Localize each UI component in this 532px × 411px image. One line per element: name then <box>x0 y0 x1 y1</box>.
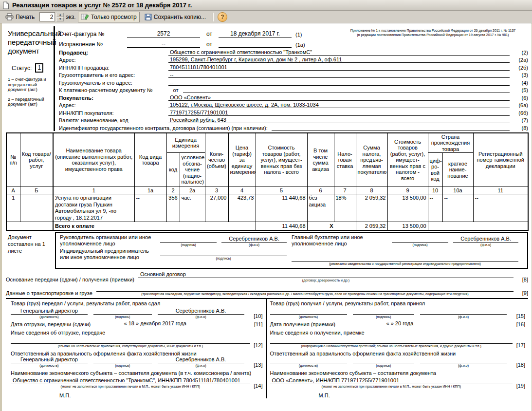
cell-cost-w-tax: 13 500,00 <box>387 194 428 222</box>
field-label: ИНН/КПП продавца: <box>59 65 168 71</box>
transport-row: Данные о транспортировке и грузе (трансп… <box>6 285 528 296</box>
field-row-buyer-address: Адрес: 105122, г.Москва, Щелковское шосс… <box>59 101 528 109</box>
print-button[interactable]: Печать <box>2 12 37 22</box>
seller-responsible-row: Генеральный директор (должность) (подпис… <box>11 356 263 368</box>
seller-signature-line <box>93 308 152 315</box>
position-caption: (должность) <box>11 363 88 368</box>
field-ref: (5) <box>510 87 528 93</box>
signature-caption: (подпись) <box>93 363 152 368</box>
seller-entity-label: Наименование экономического субъекта – с… <box>11 370 263 376</box>
other-receipt-info-line <box>270 337 513 344</box>
signature-box: Руководитель организации или иное уполно… <box>55 232 528 269</box>
view-only-icon <box>81 13 89 20</box>
field-from-word: от <box>168 87 183 93</box>
signature-caption: (подпись) <box>353 363 415 368</box>
fio-caption: (ф.и.о) <box>158 363 244 368</box>
responsible-name-line <box>420 356 507 363</box>
field-row-consignee: Грузополучатель и его адрес: -- (4) <box>59 78 528 86</box>
seller-position-line: Генеральный директор <box>11 308 88 315</box>
copies-stepper: ▲ ▼ <box>56 13 64 21</box>
total-x: X <box>307 222 356 230</box>
correction-date-value <box>219 47 292 48</box>
field-label: ИНН/КПП покупателя: <box>59 110 168 116</box>
signature-caption: (подпись) <box>392 243 448 247</box>
shipment-date-value: « 18 » декабря 2017 года <box>95 320 215 327</box>
field-ref: (3) <box>510 72 528 78</box>
col-code: 2а <box>180 187 205 194</box>
other-shipping-info-caption: (ссылки на неотъемлемые приложения, сопу… <box>11 344 250 348</box>
save-copy-button[interactable]: Сохранить копию... <box>142 12 209 22</box>
buyer-stamp-mark: М.П. <box>319 392 526 398</box>
transport-value <box>96 285 514 292</box>
field-ref: (4) <box>510 80 528 86</box>
col-header-code: Код товара/ работ, услуг <box>20 133 53 187</box>
transfer-basis-caption: (договор; доверенность и др.) <box>138 278 514 282</box>
total-tax-sum: 2 059,32 <box>356 222 387 230</box>
receipt-date-label: Дата получения (приемки) <box>270 321 340 327</box>
copies-up-button[interactable]: ▲ <box>56 13 64 17</box>
seller-entity-row: Общество с ограниченной ответственностью… <box>11 377 263 389</box>
total-cost-wo-tax: 11 440,68 <box>256 222 307 230</box>
head-signature-row: Руководитель организации или иное уполно… <box>60 234 287 247</box>
correction-from-word: от <box>200 41 219 48</box>
buyer-name-line <box>420 308 507 315</box>
field-label: К платежно-расчетному документу № <box>59 87 168 93</box>
col-header-unit-symbol: условное обозна-чение (нацио-нальное) <box>180 153 205 187</box>
total-empty-right <box>428 222 528 230</box>
responsible-position-line: Генеральный директор <box>11 356 88 363</box>
status-row: Статус: 1 <box>8 63 52 73</box>
view-only-toggle[interactable]: Только просмотр <box>78 12 140 22</box>
responsible-signature-line <box>93 356 152 363</box>
ref-14: [14] <box>250 383 263 389</box>
other-receipt-info-row: (информация о наличии/отсутствии претенз… <box>270 337 526 348</box>
invoice-number-label: Счет-фактура № <box>59 31 127 37</box>
copies-down-button[interactable]: ▼ <box>56 17 64 21</box>
toolbar-separator <box>213 13 214 21</box>
totals-row: Всего к оплате 11 440,68 X 2 059,32 13 5… <box>6 222 528 230</box>
toolbar: Печать ▲ ▼ экз. Только просмотр Сохранит… <box>0 11 532 23</box>
position-caption: (должность) <box>11 315 88 319</box>
col-header-cost-wo-tax: Стоимость товаров (работ, услуг), имущес… <box>256 133 307 187</box>
field-row-consignor: Грузоотправитель и его адрес: -- (3) <box>59 71 528 78</box>
cell-name: Услуга по организации доставки груза Пуш… <box>53 194 134 222</box>
shipment-date-row: Дата отгрузки, передачи (сдачи) « 18 » д… <box>11 320 263 327</box>
view-only-label: Только просмотр <box>91 14 137 20</box>
field-ref: (6а) <box>510 102 528 108</box>
regulation-note: Приложение № 1 к постановлению Правитель… <box>324 27 528 48</box>
regulation-line-1: Приложение № 1 к постановлению Правитель… <box>339 28 527 33</box>
cell-unit-code: 356 <box>166 194 180 222</box>
head-signature-label: Руководитель организации или иное уполно… <box>60 234 155 247</box>
entrepreneur-signature-line <box>160 249 287 256</box>
copies-suffix-label: экз. <box>66 14 75 20</box>
invoice-number-value: 2572 <box>127 30 200 37</box>
fio-caption: (ф.и.о) <box>420 363 507 368</box>
col-code: 6 <box>307 187 334 194</box>
cell-price: 423,73 <box>228 194 256 222</box>
col-header-qty: Коли-чество (объем) <box>205 133 228 187</box>
buyer-entity-label: Наименование экономического субъекта – с… <box>270 370 526 376</box>
goods-received-title: Товар (груз) получил / услуги, результат… <box>270 300 526 306</box>
buyer-entity-row: ООО «Солвент», ИНН/КПП 7719717255/771901… <box>270 377 526 389</box>
responsible-signature-line <box>353 356 415 363</box>
col-code: 3 <box>205 187 228 194</box>
transfer-basis-value: Основной договор <box>138 271 514 278</box>
accountant-name-line: Серебренников А.В. <box>453 236 518 243</box>
cell-tax-rate: 18% <box>334 194 356 222</box>
ref-13: [13] <box>250 362 263 368</box>
col-code: 2 <box>166 187 180 194</box>
col-header-price: Цена (тариф) за единицу измерения <box>228 133 256 187</box>
field-ref: (8) <box>510 125 528 131</box>
ref-19: [19] <box>513 383 525 389</box>
window-titlebar: Реализация товаров и услуг № 2572 от 18 … <box>0 0 532 11</box>
field-label: Валюта: наименование, код <box>59 117 168 123</box>
invoice-lines: Счет-фактура № 2572 от 18 декабря 2017 г… <box>59 27 324 48</box>
invoice-date-value: 18 декабря 2017 г. <box>219 30 292 37</box>
field-label: Грузоотправитель и его адрес: <box>59 72 168 78</box>
copies-input[interactable] <box>39 12 55 21</box>
help-button[interactable]: ? <box>218 12 227 22</box>
col-code: 7 <box>334 187 356 194</box>
transfer-basis-ref: [8] <box>514 277 528 282</box>
correction-number-value: -- <box>127 40 200 48</box>
invoice-from-word: от <box>200 31 219 37</box>
field-row-payment-doc: К платежно-расчетному документу № от (5) <box>59 86 528 93</box>
